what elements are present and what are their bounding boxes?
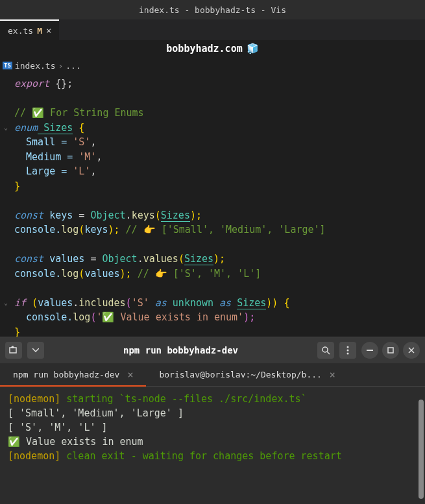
minimize-icon	[367, 350, 373, 351]
terminal-panel: npm run bobbyhadz-dev npm run bobbyhadz-…	[0, 337, 425, 504]
terminal-tab-label: borislav@borislav:~/Desktop/b...	[159, 370, 321, 379]
terminal-title: npm run bobbyhadz-dev	[49, 345, 312, 355]
code-editor[interactable]: export {}; // ✅ For String Enums ⌄enum S…	[0, 74, 425, 342]
terminal-tab-label: npm run bobbyhadz-dev	[13, 370, 119, 379]
maximize-icon	[387, 347, 394, 354]
terminal-header: npm run bobbyhadz-dev	[0, 337, 425, 363]
terminal-tabs: npm run bobbyhadz-dev × borislav@borisla…	[0, 363, 425, 387]
ts-icon: TS	[3, 62, 12, 69]
svg-rect-9	[388, 348, 393, 353]
menu-button[interactable]	[339, 342, 356, 359]
svg-point-5	[347, 346, 349, 348]
fold-icon[interactable]: ⌄	[4, 296, 8, 311]
kebab-icon	[346, 346, 349, 355]
close-icon[interactable]: ×	[46, 25, 51, 36]
svg-point-7	[347, 353, 349, 355]
terminal-tab[interactable]: npm run bobbyhadz-dev ×	[0, 363, 146, 386]
close-icon	[408, 347, 415, 354]
banner-text: bobbyhadz.com	[166, 43, 242, 54]
dropdown-button[interactable]	[27, 342, 44, 359]
fold-icon[interactable]: ⌄	[4, 121, 8, 136]
close-button[interactable]	[403, 342, 420, 359]
breadcrumb-file: index.ts	[15, 61, 56, 71]
search-button[interactable]	[317, 342, 334, 359]
maximize-button[interactable]	[382, 342, 399, 359]
cube-icon: 🧊	[247, 43, 259, 54]
terminal-tab[interactable]: borislav@borislav:~/Desktop/b... ×	[146, 363, 348, 386]
svg-point-3	[322, 347, 328, 352]
scrollbar[interactable]	[419, 400, 424, 499]
new-tab-button[interactable]	[5, 342, 22, 359]
search-icon	[321, 346, 330, 355]
svg-rect-8	[367, 350, 373, 351]
terminal-output[interactable]: [nodemon] starting `ts-node --files ./sr…	[0, 387, 425, 504]
svg-line-4	[327, 352, 330, 354]
window-title: index.ts - bobbyhadz-ts - Vis	[139, 5, 286, 15]
close-icon[interactable]: ×	[127, 369, 133, 381]
modified-indicator: M	[37, 26, 42, 36]
minimize-button[interactable]	[361, 342, 378, 359]
breadcrumb[interactable]: TS index.ts › ...	[0, 57, 425, 74]
tab-label: ex.ts	[8, 26, 33, 36]
chevron-down-icon	[32, 348, 39, 352]
breadcrumb-more: ...	[66, 61, 80, 71]
chevron-right-icon: ›	[58, 61, 63, 71]
title-bar: index.ts - bobbyhadz-ts - Vis	[0, 0, 425, 19]
editor-tab[interactable]: ex.ts M ×	[0, 19, 59, 40]
svg-rect-2	[11, 347, 14, 348]
svg-rect-0	[10, 348, 16, 353]
svg-point-6	[347, 350, 349, 352]
close-icon[interactable]: ×	[330, 369, 335, 381]
new-tab-icon	[9, 346, 18, 355]
tab-bar: ex.ts M ×	[0, 19, 425, 40]
banner: bobbyhadz.com 🧊	[0, 40, 425, 57]
